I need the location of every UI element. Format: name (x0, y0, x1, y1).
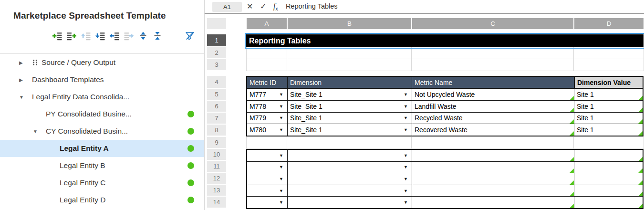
indent-row-icon[interactable] (124, 31, 134, 41)
metric-name-cell[interactable]: Landfill Waste (412, 101, 574, 112)
outdent-row-icon[interactable] (110, 31, 119, 41)
row-header-8[interactable]: 8 (207, 125, 226, 136)
empty-cell[interactable] (287, 59, 412, 71)
dropdown-arrow-icon[interactable]: ▼ (404, 153, 408, 158)
demote-row-icon[interactable] (95, 31, 105, 41)
row-header-10[interactable]: 10 (207, 149, 226, 160)
caret-collapsed-icon[interactable]: ▶ (19, 77, 32, 83)
cell-reference-box[interactable]: A1 (212, 2, 242, 12)
metric-id-cell[interactable]: ▼ (247, 162, 288, 173)
dimension-cell[interactable]: ▼ (288, 162, 412, 173)
row-header-6[interactable]: 6 (207, 101, 226, 112)
empty-cell[interactable] (287, 47, 412, 59)
dimension-cell[interactable]: Site_Site 1▼ (288, 124, 412, 136)
dimension-cell[interactable]: Site_Site 1▼ (288, 101, 412, 112)
dimension-cell[interactable]: Site_Site 1▼ (288, 113, 412, 124)
metric-id-cell[interactable]: ▼ (247, 150, 288, 161)
dropdown-arrow-icon[interactable]: ▼ (404, 116, 408, 120)
metric-name-cell[interactable]: Not Upcycled Waste (412, 89, 574, 100)
metric-name-cell[interactable] (412, 150, 574, 161)
insert-row-above-icon[interactable] (52, 31, 62, 41)
row-header-4[interactable]: 4 (207, 76, 226, 88)
select-all-corner[interactable] (207, 18, 226, 29)
metric-name-cell[interactable]: Recycled Waste (412, 113, 574, 124)
tree-item-cy-consolidated-busin[interactable]: ▼CY Consolidated Busin... (0, 123, 204, 140)
empty-cell[interactable] (574, 59, 644, 71)
empty-cell[interactable] (246, 47, 287, 59)
row-header-13[interactable]: 13 (207, 185, 226, 196)
caret-expanded-icon[interactable]: ▼ (19, 94, 32, 100)
dimension-cell[interactable]: ▼ (288, 197, 412, 208)
row-header-3[interactable]: 3 (207, 59, 226, 70)
row-header-12[interactable]: 12 (207, 173, 226, 184)
tree-item-legal-entity-d[interactable]: Legal Entity D (0, 191, 204, 209)
dropdown-arrow-icon[interactable]: ▼ (279, 200, 283, 205)
promote-row-icon[interactable] (81, 31, 91, 41)
clear-filter-icon[interactable] (185, 31, 195, 41)
dimension-cell[interactable]: ▼ (288, 150, 412, 161)
column-header-A[interactable]: A (247, 18, 287, 29)
metric-id-cell[interactable]: M780▼ (247, 124, 288, 136)
dimension-value-cell[interactable] (574, 197, 643, 208)
dimension-cell[interactable]: ▼ (288, 173, 412, 185)
column-header-B[interactable]: B (288, 18, 411, 29)
empty-cell[interactable] (287, 137, 412, 149)
tree-item-py-consolidated-busine[interactable]: PY Consolidated Busine... (0, 105, 204, 123)
dimension-value-cell[interactable]: Site 1 (574, 89, 643, 100)
empty-cell[interactable] (412, 59, 574, 71)
metric-id-cell[interactable]: M779▼ (247, 113, 288, 124)
tree-item-legal-entity-b[interactable]: Legal Entity B (0, 157, 204, 174)
metric-id-cell[interactable]: ▼ (247, 197, 288, 208)
empty-cell[interactable] (246, 137, 287, 149)
dropdown-arrow-icon[interactable]: ▼ (404, 104, 408, 109)
dropdown-arrow-icon[interactable]: ▼ (279, 165, 283, 169)
function-icon[interactable]: fx (273, 2, 278, 11)
metric-name-cell[interactable]: Recovered Waste (412, 124, 574, 136)
metric-name-cell[interactable] (412, 162, 574, 173)
empty-cell[interactable] (412, 137, 574, 149)
row-header-7[interactable]: 7 (207, 113, 226, 124)
title-cell[interactable]: Reporting Tables (246, 34, 644, 47)
dropdown-arrow-icon[interactable]: ▼ (404, 92, 408, 97)
dropdown-arrow-icon[interactable]: ▼ (279, 127, 283, 132)
table-header-cell[interactable]: Dimension (288, 77, 412, 88)
dropdown-arrow-icon[interactable]: ▼ (279, 104, 283, 109)
dropdown-arrow-icon[interactable]: ▼ (404, 165, 408, 169)
column-header-D[interactable]: D (574, 18, 644, 29)
metric-id-cell[interactable]: ▼ (247, 185, 288, 197)
dimension-value-cell[interactable]: Site 1 (574, 124, 643, 136)
row-header-2[interactable]: 2 (207, 47, 226, 58)
caret-expanded-icon[interactable]: ▼ (33, 129, 46, 134)
tree-item-legal-entity-data-consolida[interactable]: ▼Legal Entity Data Consolida... (0, 88, 204, 105)
expand-rows-icon[interactable] (138, 31, 148, 41)
table-header-cell[interactable]: Dimension Value (574, 77, 643, 88)
caret-collapsed-icon[interactable]: ▶ (19, 60, 32, 65)
empty-cell[interactable] (574, 47, 644, 59)
empty-cell[interactable] (412, 47, 574, 59)
dropdown-arrow-icon[interactable]: ▼ (279, 116, 283, 120)
dropdown-arrow-icon[interactable]: ▼ (279, 92, 283, 97)
dimension-cell[interactable]: ▼ (288, 185, 412, 197)
formula-input[interactable]: Reporting Tables (286, 2, 338, 10)
row-header-9[interactable]: 9 (207, 137, 226, 148)
metric-name-cell[interactable] (412, 197, 574, 208)
dropdown-arrow-icon[interactable]: ▼ (404, 200, 408, 205)
dropdown-arrow-icon[interactable]: ▼ (279, 177, 283, 181)
dropdown-arrow-icon[interactable]: ▼ (404, 189, 408, 193)
dimension-value-cell[interactable]: Site 1 (574, 113, 643, 124)
cancel-icon[interactable]: ✕ (247, 1, 253, 12)
collapse-rows-icon[interactable] (153, 31, 162, 41)
dropdown-arrow-icon[interactable]: ▼ (279, 153, 283, 158)
dimension-value-cell[interactable] (574, 173, 643, 185)
table-header-cell[interactable]: Metric Name (412, 77, 574, 88)
tree-item-dashboard-templates[interactable]: ▶Dashboard Templates (0, 71, 204, 88)
dropdown-arrow-icon[interactable]: ▼ (404, 127, 408, 132)
tree-item-legal-entity-a[interactable]: Legal Entity A (0, 140, 204, 157)
confirm-icon[interactable]: ✓ (260, 1, 266, 12)
dimension-value-cell[interactable] (574, 185, 643, 197)
empty-cell[interactable] (246, 59, 287, 71)
row-header-11[interactable]: 11 (207, 161, 226, 172)
table-header-cell[interactable]: Metric ID (247, 77, 288, 88)
insert-row-below-icon[interactable] (67, 31, 76, 41)
row-header-14[interactable]: 14 (207, 197, 226, 208)
